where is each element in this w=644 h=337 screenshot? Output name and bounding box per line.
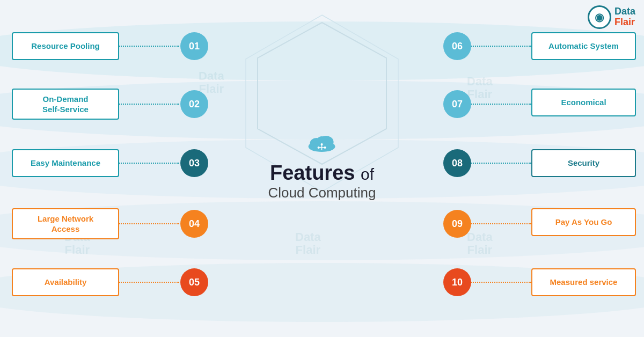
center-subtitle: Cloud Computing	[268, 185, 376, 201]
circle-02: 02	[180, 90, 208, 118]
dotted-line-01	[119, 46, 179, 47]
dotted-line-08	[471, 163, 531, 164]
circle-06: 06	[443, 32, 471, 60]
feature-box-05: Availability	[12, 268, 119, 296]
logo: ◉ Data Flair	[588, 5, 635, 29]
watermark-2: DataFlair	[295, 231, 321, 257]
dotted-line-06	[471, 46, 531, 47]
dotted-line-04	[119, 223, 179, 224]
circle-08: 08	[443, 149, 471, 177]
dotted-line-10	[471, 282, 531, 283]
svg-point-13	[318, 146, 320, 149]
circle-01: 01	[180, 32, 208, 60]
circle-05: 05	[180, 268, 208, 296]
feature-box-08: Security	[531, 149, 636, 177]
feature-box-10: Measured service	[531, 268, 636, 296]
dotted-line-07	[471, 104, 531, 105]
logo-icon: ◉	[588, 5, 611, 29]
circle-10: 10	[443, 268, 471, 296]
dotted-line-09	[471, 223, 531, 224]
cloud-icon	[268, 131, 376, 158]
circle-04: 04	[180, 210, 208, 238]
svg-point-14	[324, 146, 326, 149]
circle-09: 09	[443, 210, 471, 238]
watermark-1: DataFlair	[199, 70, 224, 96]
circle-07: 07	[443, 90, 471, 118]
dotted-line-05	[119, 282, 179, 283]
feature-box-03: Easy Maintenance	[12, 149, 119, 177]
dotted-line-03	[119, 163, 179, 164]
circle-03: 03	[180, 149, 208, 177]
watermark-4: DataFlair	[467, 231, 493, 257]
logo-text: Data Flair	[614, 6, 635, 28]
feature-box-06: Automatic System	[531, 32, 636, 60]
feature-box-07: Economical	[531, 89, 636, 116]
dotted-line-02	[119, 104, 179, 105]
feature-box-01: Resource Pooling	[12, 32, 119, 60]
watermark-3: DataFlair	[467, 75, 493, 101]
feature-box-09: Pay As You Go	[531, 208, 636, 236]
feature-box-04: Large Network Access	[12, 208, 119, 239]
center-title: Features of	[268, 162, 376, 185]
center-panel: Features of Cloud Computing	[268, 131, 376, 201]
svg-point-15	[321, 143, 323, 145]
feature-box-02: On-Demand Self-Service	[12, 89, 119, 120]
